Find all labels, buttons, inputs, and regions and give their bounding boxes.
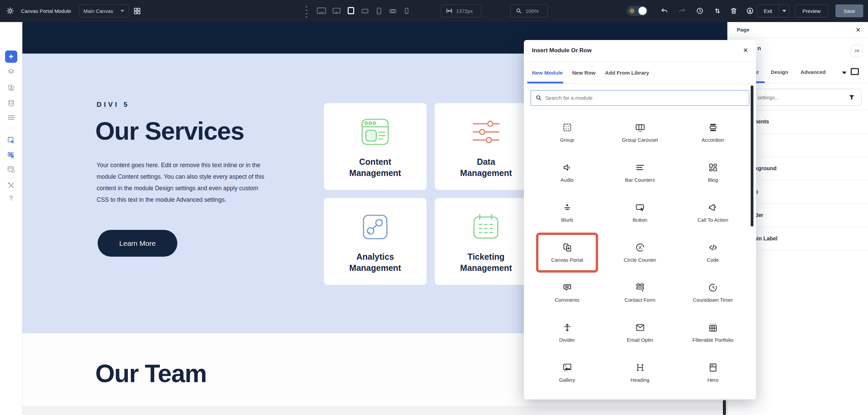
bar-counters-icon bbox=[635, 162, 645, 173]
settings-toggle[interactable] bbox=[627, 6, 648, 16]
trash-icon[interactable] bbox=[730, 7, 738, 15]
module-item-call-to-action[interactable]: Call To Action bbox=[676, 193, 749, 233]
phone-landscape-icon[interactable] bbox=[389, 7, 397, 15]
accordion-icon bbox=[708, 122, 718, 133]
blurb-icon bbox=[562, 202, 572, 213]
card-ticketing-management[interactable]: Ticketing Management bbox=[435, 198, 537, 285]
canvas-width-value: 1372px bbox=[456, 8, 473, 14]
exit-button[interactable]: Exit bbox=[757, 4, 779, 17]
module-item-group-carousel[interactable]: Group Carousel bbox=[604, 113, 676, 153]
module-item-circle-counter[interactable]: Circle Counter bbox=[604, 233, 676, 273]
module-item-blurb[interactable]: Blurb bbox=[531, 193, 604, 233]
module-item-filterable-portfolio[interactable]: Filterable Portfolio bbox=[676, 313, 749, 353]
module-item-hero[interactable]: Hero bbox=[676, 353, 749, 393]
history-icon[interactable] bbox=[696, 7, 704, 15]
presets-icon[interactable] bbox=[851, 45, 863, 57]
heading-icon bbox=[635, 362, 645, 373]
services-heading[interactable]: Our Services bbox=[95, 119, 244, 144]
breakpoint-switcher bbox=[316, 4, 411, 17]
width-arrows-icon bbox=[446, 7, 453, 14]
tools-icon[interactable] bbox=[7, 181, 15, 190]
exit-dropdown-button[interactable] bbox=[779, 4, 789, 17]
module-item-accordion[interactable]: Accordion bbox=[676, 113, 749, 153]
redo-icon[interactable] bbox=[678, 7, 686, 15]
help-icon[interactable]: ? bbox=[9, 194, 13, 202]
card-title: Ticketing Management bbox=[450, 251, 522, 273]
module-item-gallery[interactable]: Gallery bbox=[531, 353, 604, 393]
canvas-selector[interactable]: Main Canvas bbox=[79, 4, 129, 17]
divider-icon bbox=[562, 322, 572, 333]
layers-icon[interactable] bbox=[7, 68, 15, 76]
tab-design[interactable]: Design bbox=[771, 69, 788, 75]
outline-list-icon[interactable] bbox=[7, 114, 15, 122]
modal-tabs: New Module New Row Add From Library bbox=[524, 62, 756, 84]
tab-add-from-library[interactable]: Add From Library bbox=[605, 70, 649, 76]
database-icon[interactable] bbox=[7, 99, 15, 107]
card-analytics-management[interactable]: Analytics Management bbox=[324, 198, 427, 285]
modal-header: Insert Module Or Row × bbox=[524, 40, 756, 62]
zoom-field[interactable]: 100% bbox=[510, 4, 548, 17]
browser-window-icon bbox=[359, 116, 391, 148]
tab-new-row[interactable]: New Row bbox=[572, 70, 595, 76]
vertical-dots-icon[interactable] bbox=[306, 6, 307, 18]
learn-more-button[interactable]: Learn More bbox=[98, 230, 177, 257]
card-data-management[interactable]: Data Management bbox=[435, 103, 537, 190]
hero-icon bbox=[708, 362, 718, 373]
modal-scrollbar[interactable] bbox=[751, 85, 753, 226]
filter-icon[interactable] bbox=[848, 94, 855, 102]
select-module-icon[interactable] bbox=[7, 136, 15, 144]
module-item-audio[interactable]: Audio bbox=[531, 153, 604, 193]
undo-icon[interactable] bbox=[660, 7, 668, 15]
preview-button[interactable]: Preview bbox=[795, 4, 828, 17]
group-icon bbox=[562, 122, 572, 133]
desktop-icon[interactable] bbox=[332, 6, 341, 15]
module-item-comments[interactable]: Comments bbox=[531, 273, 604, 313]
team-heading[interactable]: Our Team bbox=[95, 361, 206, 386]
gear-icon[interactable] bbox=[6, 7, 14, 15]
card-content-management[interactable]: Content Management bbox=[324, 103, 427, 190]
module-item-divider[interactable]: Divider bbox=[531, 313, 604, 353]
canvas-scrollbar[interactable] bbox=[723, 400, 726, 415]
chevron-down-icon[interactable] bbox=[842, 72, 847, 74]
module-search-input[interactable] bbox=[531, 90, 749, 106]
tab-advanced[interactable]: Advanced bbox=[801, 69, 826, 75]
module-grid: Group Group Carousel Accordion Audio Bar… bbox=[531, 113, 749, 393]
design-presets-icon[interactable] bbox=[7, 84, 15, 92]
module-item-code[interactable]: Code bbox=[676, 233, 749, 273]
phone-icon[interactable] bbox=[402, 7, 411, 15]
search-icon bbox=[535, 94, 542, 101]
module-item-countdown-timer[interactable]: Countdown Timer bbox=[676, 273, 749, 313]
panel-close-icon[interactable]: × bbox=[856, 26, 861, 34]
up-down-arrows-icon[interactable] bbox=[713, 7, 722, 15]
module-item-group[interactable]: Group bbox=[531, 113, 604, 153]
portability-icon[interactable] bbox=[746, 7, 754, 15]
module-item-email-optin[interactable]: Email Optin bbox=[604, 313, 676, 353]
select-row-icon[interactable] bbox=[7, 151, 15, 159]
section-eyebrow[interactable]: DIVI 5 bbox=[97, 101, 130, 108]
laptop-icon[interactable] bbox=[347, 6, 355, 15]
group-carousel-icon bbox=[635, 122, 645, 133]
module-item-button[interactable]: Button bbox=[604, 193, 676, 233]
module-item-bar-counters[interactable]: Bar Counters bbox=[604, 153, 676, 193]
desktop-wide-icon[interactable] bbox=[316, 6, 327, 15]
audio-icon bbox=[562, 162, 572, 173]
add-module-icon[interactable]: + bbox=[5, 51, 17, 63]
modal-close-icon[interactable]: × bbox=[743, 46, 748, 54]
layout-grid-icon[interactable] bbox=[133, 7, 141, 15]
desktop-view-icon[interactable] bbox=[850, 67, 860, 76]
modal-title: Insert Module Or Row bbox=[532, 47, 592, 54]
module-item-blog[interactable]: Blog bbox=[676, 153, 749, 193]
module-item-heading[interactable]: Heading bbox=[604, 353, 676, 393]
tablet-icon[interactable] bbox=[375, 7, 383, 15]
service-cards: Content Management Data Management Analy… bbox=[324, 103, 537, 285]
services-paragraph[interactable]: Your content goes here. Edit or remove t… bbox=[97, 159, 270, 206]
canvas-width-field[interactable]: 1372px bbox=[441, 4, 481, 17]
save-button[interactable]: Save bbox=[835, 4, 863, 17]
module-item-contact-form[interactable]: Contact Form bbox=[604, 273, 676, 313]
tab-new-module[interactable]: New Module bbox=[532, 70, 563, 76]
card-title: Analytics Management bbox=[339, 251, 411, 273]
gallery-icon bbox=[562, 362, 572, 373]
module-item-canvas-portal[interactable]: Canvas Portal bbox=[536, 233, 598, 273]
tablet-landscape-icon[interactable] bbox=[361, 7, 369, 15]
library-window-icon[interactable] bbox=[7, 165, 15, 174]
